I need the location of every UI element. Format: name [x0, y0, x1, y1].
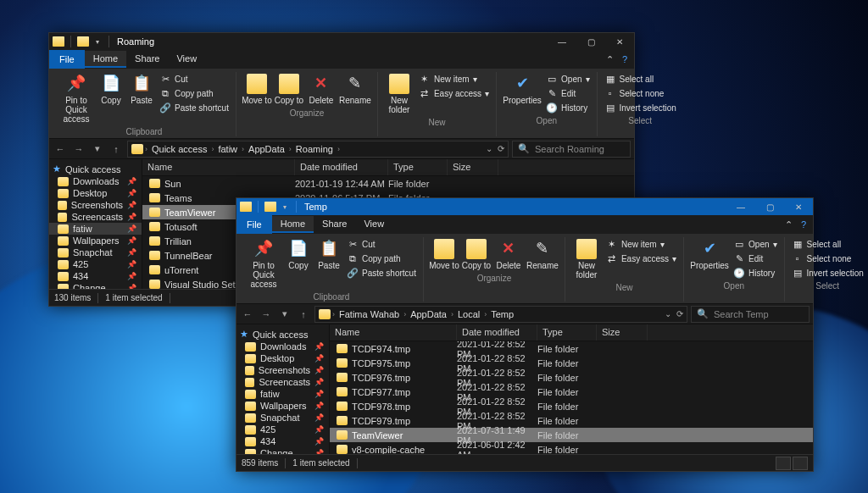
thumbnails-view-icon[interactable] — [793, 457, 808, 470]
open-button[interactable]: ▭Open ▾ — [732, 237, 778, 251]
forward-button[interactable]: → — [259, 307, 274, 322]
ribbon-collapse-icon[interactable]: ⌃ — [606, 54, 614, 65]
qat-dropdown-icon[interactable]: ▾ — [280, 202, 290, 212]
breadcrumb[interactable]: › Quick access› fatiw› AppData› Roaming›… — [127, 141, 509, 158]
minimize-button[interactable]: — — [548, 33, 576, 50]
invert-selection-button[interactable]: ▤Invert selection — [790, 266, 865, 280]
copy-button[interactable]: 📄Copy — [97, 72, 125, 107]
sidebar-item[interactable]: Desktop📌 — [49, 187, 142, 199]
col-date[interactable]: Date modified — [295, 159, 388, 175]
new-item-button[interactable]: ✶New item ▾ — [417, 72, 491, 86]
history-dropdown-icon[interactable]: ⌄ — [486, 144, 492, 153]
new-folder-button[interactable]: New folder — [570, 237, 603, 281]
select-all-button[interactable]: ▦Select all — [603, 72, 678, 86]
details-view-icon[interactable] — [776, 457, 791, 470]
tab-view[interactable]: View — [355, 216, 392, 233]
edit-button[interactable]: ✎Edit — [732, 252, 778, 265]
sidebar-item[interactable]: Downloads📌 — [236, 341, 329, 352]
pin-quick-access-button[interactable]: 📌Pin to Quick access — [245, 237, 282, 291]
tab-view[interactable]: View — [168, 51, 205, 68]
paste-shortcut-button[interactable]: 🔗Paste shortcut — [158, 101, 231, 114]
cut-button[interactable]: ✂Cut — [345, 237, 418, 251]
properties-button[interactable]: ✔Properties — [689, 237, 730, 272]
delete-button[interactable]: ✕Delete — [493, 237, 524, 272]
ribbon-collapse-icon[interactable]: ⌃ — [785, 219, 793, 230]
close-button[interactable]: ✕ — [784, 198, 813, 215]
paste-button[interactable]: 📋Paste — [127, 72, 156, 107]
help-icon[interactable]: ? — [801, 219, 806, 230]
sidebar-item[interactable]: Screenshots📌 — [236, 364, 329, 376]
delete-button[interactable]: ✕Delete — [306, 72, 337, 107]
navigation-pane[interactable]: ★Quick accessDownloads📌Desktop📌Screensho… — [236, 324, 330, 454]
column-headers[interactable]: Name Date modified Type Size — [142, 159, 634, 176]
sidebar-item[interactable]: Wallpapers📌 — [236, 400, 329, 412]
sidebar-item[interactable]: ★Quick access — [236, 328, 329, 341]
title-bar[interactable]: ▾ Roaming — ▢ ✕ — [49, 33, 634, 50]
explorer-window-temp[interactable]: ▾ Temp — ▢ ✕ File Home Share View ⌃ ? 📌P… — [236, 197, 814, 472]
tab-share[interactable]: Share — [314, 216, 355, 233]
col-name[interactable]: Name — [142, 159, 295, 175]
search-box[interactable]: 🔍 Search Temp — [691, 306, 810, 323]
sidebar-item[interactable]: 425📌 — [49, 258, 142, 270]
sidebar-item[interactable]: 425📌 — [236, 424, 329, 435]
new-item-button[interactable]: ✶New item ▾ — [604, 237, 678, 251]
file-row[interactable]: Sun2021-01-19 12:44 AMFile folder — [142, 176, 634, 191]
file-row[interactable]: TCDF974.tmp2021-01-22 8:52 PMFile folder — [330, 341, 813, 356]
rename-button[interactable]: ✎Rename — [526, 237, 559, 272]
sidebar-item[interactable]: Snapchat📌 — [49, 246, 142, 258]
file-menu[interactable]: File — [49, 50, 85, 69]
search-box[interactable]: 🔍 Search Roaming — [512, 141, 631, 158]
tab-share[interactable]: Share — [126, 51, 168, 68]
qat-dropdown-icon[interactable]: ▾ — [92, 36, 103, 47]
history-button[interactable]: 🕑History — [732, 266, 778, 280]
select-all-button[interactable]: ▦Select all — [790, 237, 865, 251]
tab-home[interactable]: Home — [272, 216, 314, 233]
recent-locations-button[interactable]: ▾ — [90, 141, 105, 157]
rename-button[interactable]: ✎Rename — [338, 72, 372, 107]
sidebar-item[interactable]: Screenshots📌 — [49, 199, 142, 211]
open-button[interactable]: ▭Open ▾ — [544, 72, 591, 86]
col-size[interactable]: Size — [448, 159, 498, 175]
sidebar-item[interactable]: 434📌 — [49, 270, 142, 282]
file-row[interactable]: TCDF976.tmp2021-01-22 8:52 PMFile folder — [330, 370, 813, 385]
file-list[interactable]: TCDF974.tmp2021-01-22 8:52 PMFile folder… — [330, 341, 813, 454]
history-button[interactable]: 🕑History — [544, 101, 591, 114]
back-button[interactable]: ← — [240, 307, 255, 322]
sidebar-item[interactable]: Downloads📌 — [49, 175, 142, 187]
edit-button[interactable]: ✎Edit — [544, 86, 591, 100]
sidebar-item[interactable]: Desktop📌 — [236, 352, 329, 364]
copy-path-button[interactable]: ⧉Copy path — [345, 252, 418, 265]
col-type[interactable]: Type — [388, 159, 448, 175]
move-to-button[interactable]: Move to — [242, 72, 272, 107]
select-none-button[interactable]: ▫Select none — [790, 252, 865, 265]
sidebar-item[interactable]: Screencasts📌 — [49, 211, 142, 223]
copy-to-button[interactable]: Copy to — [274, 72, 304, 107]
up-button[interactable]: ↑ — [108, 141, 124, 157]
tab-home[interactable]: Home — [85, 51, 126, 68]
invert-selection-button[interactable]: ▤Invert selection — [603, 101, 678, 114]
sidebar-item[interactable]: ★Quick access — [49, 163, 142, 175]
cut-button[interactable]: ✂Cut — [158, 72, 231, 86]
back-button[interactable]: ← — [53, 141, 68, 157]
easy-access-button[interactable]: ⇄Easy access ▾ — [604, 252, 678, 265]
recent-locations-button[interactable]: ▾ — [277, 307, 292, 322]
file-row[interactable]: TCDF979.tmp2021-01-22 8:52 PMFile folder — [330, 413, 813, 428]
maximize-button[interactable]: ▢ — [576, 33, 605, 50]
close-button[interactable]: ✕ — [605, 33, 634, 50]
new-folder-button[interactable]: New folder — [383, 72, 415, 116]
file-row[interactable]: TCDF978.tmp2021-01-22 8:52 PMFile folder — [330, 399, 813, 413]
refresh-icon[interactable]: ⟳ — [676, 309, 683, 319]
sidebar-item[interactable]: Change📌 — [236, 447, 329, 454]
select-none-button[interactable]: ▫Select none — [603, 86, 678, 100]
minimize-button[interactable]: — — [726, 198, 755, 215]
maximize-button[interactable]: ▢ — [755, 198, 784, 215]
breadcrumb[interactable]: › Fatima Wahab› AppData› Local› Temp ⌄⟳ — [314, 306, 687, 323]
easy-access-button[interactable]: ⇄Easy access ▾ — [417, 86, 491, 100]
paste-button[interactable]: 📋Paste — [314, 237, 343, 272]
move-to-button[interactable]: Move to — [429, 237, 459, 272]
file-row[interactable]: TCDF977.tmp2021-01-22 8:52 PMFile folder — [330, 385, 813, 399]
file-row[interactable]: v8-compile-cache2021-06-01 2:42 AMFile f… — [330, 442, 813, 454]
up-button[interactable]: ↑ — [296, 307, 311, 322]
properties-button[interactable]: ✔Properties — [502, 72, 542, 107]
history-dropdown-icon[interactable]: ⌄ — [665, 309, 671, 319]
